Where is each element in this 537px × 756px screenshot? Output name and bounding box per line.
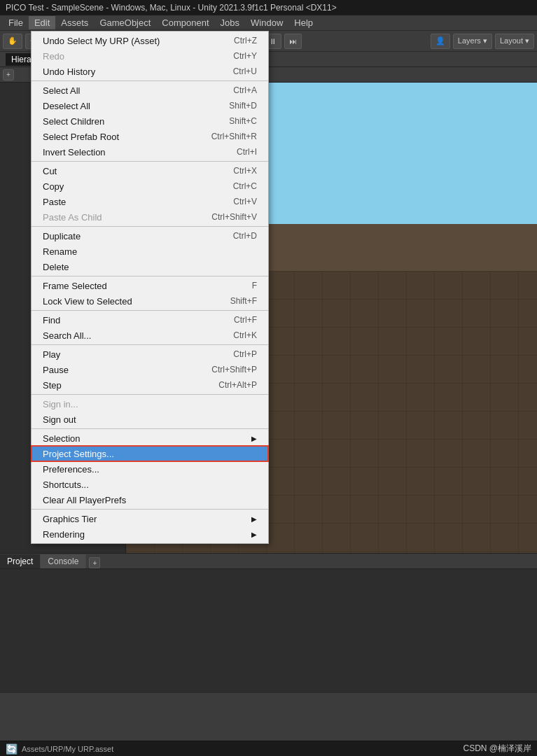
menu-find[interactable]: Find Ctrl+F (32, 312, 268, 328)
project-content (0, 569, 537, 693)
hierarchy-add-btn[interactable]: + (3, 69, 14, 80)
graphics-tier-arrow: ▶ (251, 515, 257, 523)
menu-pause[interactable]: Pause Ctrl+Shift+P (32, 362, 268, 377)
menu-duplicate[interactable]: Duplicate Ctrl+D (32, 228, 268, 244)
menu-window[interactable]: Window (245, 16, 288, 29)
title-text: PICO Test - SampleScene - Windows, Mac, … (6, 3, 337, 13)
menu-undo[interactable]: Undo Select My URP (Asset) Ctrl+Z (32, 33, 268, 48)
menu-delete[interactable]: Delete (32, 259, 268, 274)
bottom-panel: Project Console + (0, 553, 537, 693)
sep-7 (32, 394, 268, 395)
sep-1 (32, 80, 268, 81)
account-btn[interactable]: 👤 (431, 34, 450, 49)
menu-rendering[interactable]: Rendering ▶ (32, 526, 268, 542)
menu-paste-as-child: Paste As Child Ctrl+Shift+V (32, 209, 268, 225)
status-text: Assets/URP/My URP.asset (22, 745, 113, 753)
menu-preferences[interactable]: Preferences... (32, 461, 268, 477)
tab-project[interactable]: Project (0, 554, 41, 568)
menu-jobs[interactable]: Jobs (215, 16, 245, 29)
menu-deselect-all[interactable]: Deselect All Shift+D (32, 98, 268, 113)
menu-help[interactable]: Help (288, 16, 319, 29)
project-area: Project Console + (0, 554, 537, 693)
sep-4 (32, 276, 268, 276)
menu-play[interactable]: Play Ctrl+P (32, 346, 268, 362)
sep-5 (32, 310, 268, 311)
menu-redo: Redo Ctrl+Y (32, 48, 268, 64)
step-button[interactable]: ⏭ (284, 34, 302, 49)
menu-lock-view[interactable]: Lock View to Selected Shift+F (32, 293, 268, 309)
sep-6 (32, 344, 268, 345)
menu-edit[interactable]: Edit (29, 16, 55, 29)
toolbar-hand[interactable]: ✋ (3, 34, 22, 49)
selection-arrow: ▶ (251, 435, 257, 442)
title-bar: PICO Test - SampleScene - Windows, Mac, … (0, 0, 537, 15)
menu-selection[interactable]: Selection ▶ (32, 430, 268, 446)
layers-btn[interactable]: Layers ▾ (453, 34, 492, 49)
menu-search-all[interactable]: Search All... Ctrl+K (32, 328, 268, 343)
menu-graphics-tier[interactable]: Graphics Tier ▶ (32, 511, 268, 526)
menu-bar: File Edit Assets GameObject Component Jo… (0, 15, 537, 31)
menu-step[interactable]: Step Ctrl+Alt+P (32, 377, 268, 393)
menu-frame-selected[interactable]: Frame Selected F (32, 278, 268, 293)
project-add-btn[interactable]: + (89, 557, 100, 568)
menu-copy[interactable]: Copy Ctrl+C (32, 178, 268, 194)
menu-gameobject[interactable]: GameObject (94, 16, 156, 29)
menu-rename[interactable]: Rename (32, 244, 268, 259)
sep-3 (32, 226, 268, 227)
menu-select-children[interactable]: Select Children Shift+C (32, 113, 268, 129)
menu-project-settings[interactable]: Project Settings... (32, 446, 268, 461)
tab-console[interactable]: Console (41, 554, 86, 568)
menu-clear-playerprefs[interactable]: Clear All PlayerPrefs (32, 492, 268, 507)
menu-assets[interactable]: Assets (55, 16, 94, 29)
menu-select-prefab-root[interactable]: Select Prefab Root Ctrl+Shift+R (32, 129, 268, 144)
status-icon: 🔄 (6, 743, 18, 755)
sep-9 (32, 509, 268, 510)
rendering-arrow: ▶ (251, 531, 257, 538)
status-bar: 🔄 Assets/URP/My URP.asset CSDN @楠泽溪岸 (0, 741, 537, 756)
bottom-tabs: Project Console + (0, 554, 537, 569)
menu-cut[interactable]: Cut Ctrl+X (32, 163, 268, 178)
watermark: CSDN @楠泽溪岸 (463, 743, 531, 755)
menu-shortcuts[interactable]: Shortcuts... (32, 477, 268, 492)
menu-invert-selection[interactable]: Invert Selection Ctrl+I (32, 144, 268, 160)
menu-sign-in: Sign in... (32, 396, 268, 412)
menu-undo-history[interactable]: Undo History Ctrl+U (32, 64, 268, 79)
sep-8 (32, 428, 268, 429)
edit-menu-dropdown: Undo Select My URP (Asset) Ctrl+Z Redo C… (31, 31, 269, 544)
menu-select-all[interactable]: Select All Ctrl+A (32, 83, 268, 98)
menu-sign-out[interactable]: Sign out (32, 412, 268, 427)
sep-2 (32, 161, 268, 162)
layout-btn[interactable]: Layout ▾ (495, 34, 534, 49)
menu-paste[interactable]: Paste Ctrl+V (32, 194, 268, 209)
menu-component[interactable]: Component (156, 16, 214, 29)
dropdown-menu-container: Undo Select My URP (Asset) Ctrl+Z Redo C… (31, 31, 269, 544)
menu-file[interactable]: File (3, 16, 29, 29)
